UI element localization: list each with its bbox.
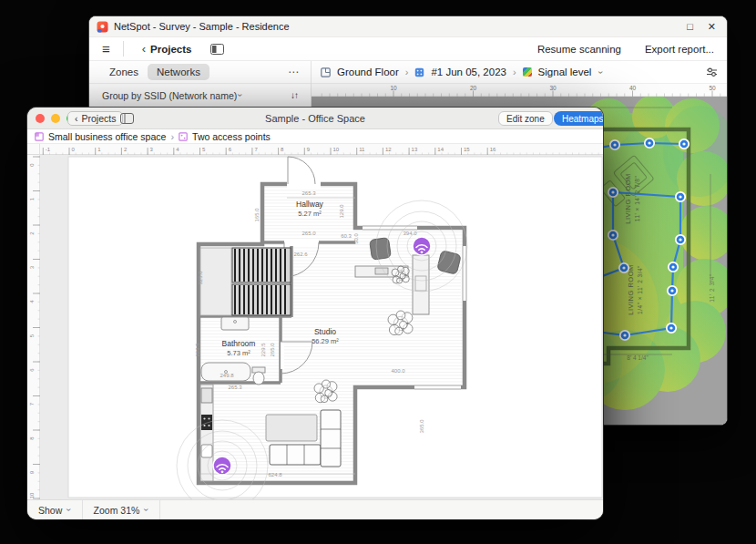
office-statusbar: Show › Zoom 31% › <box>27 499 603 519</box>
dimension-label: 129.0 <box>339 204 344 219</box>
heat-room-label: 11' × 14' 2 7/8" <box>634 176 640 222</box>
survey-point[interactable] <box>619 263 628 272</box>
ruler-label: 0 <box>29 163 35 167</box>
ruler-label: 30 <box>549 85 557 91</box>
ruler-label: 14 <box>437 147 444 152</box>
access-point[interactable] <box>213 457 231 475</box>
tune-filter-icon[interactable] <box>706 67 718 77</box>
floorplan-canvas[interactable]: Hallway5.27 m²Studio56.29 m²Bathroom5.73… <box>40 155 603 499</box>
dimension-label: 365.0 <box>419 419 424 434</box>
group-by-label: Group by SSID (Network name) <box>102 90 237 101</box>
ruler-label: 6 <box>29 368 35 372</box>
zoom-label: Zoom 31% <box>94 505 140 516</box>
breadcrumb-zone[interactable]: Small business office space <box>48 131 166 142</box>
visualization-dropdown[interactable]: Signal level <box>538 67 592 77</box>
office-floorplan: Hallway5.27 m²Studio56.29 m²Bathroom5.73… <box>40 155 603 499</box>
ruler-label: 2 <box>124 147 128 152</box>
survey-point[interactable] <box>679 139 689 149</box>
ruler-label: 16 <box>490 147 496 152</box>
heat-room-label: 1/4" × 11' 2 3/4" <box>637 265 643 314</box>
group-by-dropdown[interactable]: Group by SSID (Network name) › ↓↑ <box>89 84 311 108</box>
ruler-label: 0 <box>72 147 76 152</box>
ruler-label: 11 <box>359 147 365 152</box>
sort-icon[interactable]: ↓↑ <box>291 90 298 100</box>
breadcrumb-snapshot[interactable]: #1 Jun 05, 2023 <box>431 67 506 77</box>
ruler-label: 1 <box>97 147 101 152</box>
tab-zones[interactable]: Zones <box>100 64 148 80</box>
sidebar-toggle-icon[interactable] <box>210 44 224 55</box>
ruler-label: 10 <box>333 147 340 152</box>
room-name: Bathroom <box>222 339 256 348</box>
floor-plan-icon <box>321 67 331 77</box>
ruler-label: 7 <box>29 402 35 405</box>
edit-zone-label: Edit zone <box>506 114 545 124</box>
zoom-dropdown[interactable]: Zoom 31% › <box>83 500 160 519</box>
access-point[interactable] <box>413 237 431 255</box>
chevron-down-icon: › <box>235 94 245 97</box>
close-button[interactable]: ✕ <box>708 21 716 33</box>
chevron-left-icon: ‹ <box>142 42 146 56</box>
snapshot-dice-icon <box>414 67 424 77</box>
ruler-label: 8 <box>281 147 284 152</box>
dimension-label: 325.0 <box>198 271 203 285</box>
ruler-label: 2 <box>29 231 35 235</box>
resume-scanning-button[interactable]: Resume scanning <box>537 44 621 55</box>
tab-networks[interactable]: Networks <box>148 64 209 80</box>
chevron-down-icon: › <box>142 508 152 511</box>
dimension-label: 265.3 <box>228 385 242 390</box>
dimension-label: 265.0 <box>270 343 275 357</box>
ruler-label: 8 <box>29 436 35 440</box>
survey-point[interactable] <box>676 235 685 244</box>
survey-point[interactable] <box>676 192 685 201</box>
dimension-label: 265.3 <box>301 190 316 196</box>
ruler-label: 6 <box>229 147 232 152</box>
survey-point[interactable] <box>667 323 676 333</box>
heatmaps-button[interactable]: Heatmaps › <box>554 111 603 126</box>
zone-icon <box>35 132 44 141</box>
ruler-label: 40 <box>629 85 637 91</box>
ruler-label: 13 <box>412 147 418 152</box>
projects-back-button[interactable]: ‹ Projects <box>133 42 201 56</box>
more-options-icon[interactable]: ⋯ <box>288 66 300 78</box>
edit-zone-button[interactable]: Edit zone <box>498 111 553 126</box>
maximize-button[interactable]: □ <box>687 21 693 33</box>
office-titlebar: ‹ Projects Sample - Office Space Edit zo… <box>27 108 603 129</box>
room-area: 5.27 m² <box>298 210 322 218</box>
ruler-label: 50 <box>709 85 716 91</box>
dimension-label: 60.3 <box>341 233 352 239</box>
hamburger-menu-icon[interactable]: ≡ <box>89 41 123 56</box>
dimension-label: 229.5 <box>195 343 200 357</box>
survey-point[interactable] <box>669 262 678 272</box>
dimension-label: 400.0 <box>391 368 405 374</box>
survey-point[interactable] <box>610 140 619 149</box>
breadcrumb-floor[interactable]: Ground Floor <box>337 67 399 77</box>
residence-titlebar: NetSpot - Survey - Sample - Residence □ … <box>89 16 727 37</box>
survey-point[interactable] <box>608 188 618 197</box>
ruler-label: 3 <box>150 147 154 152</box>
ruler-label: 3 <box>29 265 35 269</box>
vertical-ruler: 012345678910 <box>27 155 40 499</box>
signal-level-icon <box>523 67 532 77</box>
room-name: Hallway <box>296 200 324 209</box>
room-area: 5.73 m² <box>227 349 250 357</box>
ruler-label: 1 <box>29 197 35 200</box>
export-report-button[interactable]: Export report... <box>645 44 714 55</box>
heatmap-ruler: 1020304050 <box>312 84 727 97</box>
snapshot-icon <box>179 132 188 141</box>
projects-label: Projects <box>150 44 191 55</box>
staircase <box>200 248 291 315</box>
survey-point[interactable] <box>608 231 618 240</box>
heat-room-label: LIVING ROOM <box>627 264 635 315</box>
office-breadcrumb: Small business office space › Two access… <box>27 129 603 144</box>
dimension-label: 229.5 <box>261 343 266 357</box>
breadcrumb-snapshot[interactable]: Two access points <box>192 131 271 142</box>
survey-point[interactable] <box>668 286 677 295</box>
heatmap-breadcrumb: Ground Floor › #1 Jun 05, 2023 › Signal … <box>312 61 727 84</box>
dimension-label: 265.0 <box>301 231 316 236</box>
residence-toolbar: ≡ ‹ Projects Resume scanning Export repo… <box>89 37 727 61</box>
heat-room-label: 11' 2 3/4" <box>709 273 715 303</box>
survey-point[interactable] <box>645 139 654 148</box>
survey-point[interactable] <box>620 331 629 340</box>
ruler-label: 9 <box>29 470 35 474</box>
show-dropdown[interactable]: Show › <box>27 500 83 519</box>
